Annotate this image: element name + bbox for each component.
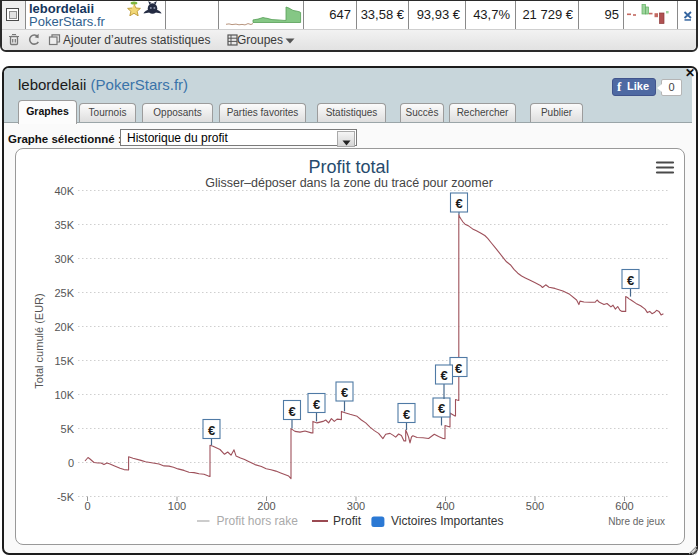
svg-text:€: € (440, 368, 447, 383)
svg-text:40K: 40K (54, 185, 74, 197)
svg-text:Total cumulé (EUR): Total cumulé (EUR) (33, 293, 45, 388)
svg-text:400: 400 (436, 500, 454, 512)
svg-text:-5K: -5K (57, 491, 75, 503)
svg-text:€: € (455, 361, 462, 376)
svg-text:€: € (438, 401, 445, 416)
svg-text:Profit hors rake: Profit hors rake (217, 514, 299, 528)
svg-text:600: 600 (615, 500, 633, 512)
svg-text:300: 300 (347, 500, 365, 512)
svg-text:Nbre de jeux: Nbre de jeux (608, 516, 665, 527)
svg-text:€: € (627, 273, 634, 288)
svg-text:Victoires Importantes: Victoires Importantes (391, 514, 504, 528)
svg-text:€: € (455, 196, 462, 211)
svg-text:0: 0 (68, 457, 74, 469)
svg-text:200: 200 (257, 500, 275, 512)
svg-text:€: € (208, 423, 215, 438)
svg-text:Glisser–déposer dans la zone d: Glisser–déposer dans la zone du tracé po… (205, 176, 493, 190)
svg-text:€: € (288, 404, 295, 419)
svg-text:500: 500 (526, 500, 544, 512)
svg-text:30K: 30K (54, 253, 74, 265)
svg-text:€: € (341, 385, 348, 400)
svg-text:0: 0 (84, 500, 90, 512)
svg-text:20K: 20K (54, 321, 74, 333)
svg-text:€: € (313, 397, 320, 412)
svg-text:Profit total: Profit total (308, 157, 389, 177)
svg-text:Profit: Profit (333, 514, 362, 528)
svg-text:25K: 25K (54, 287, 74, 299)
svg-text:5K: 5K (61, 423, 75, 435)
svg-text:100: 100 (168, 500, 186, 512)
svg-text:€: € (403, 407, 410, 422)
svg-text:10K: 10K (54, 389, 74, 401)
svg-text:35K: 35K (54, 219, 74, 231)
svg-text:15K: 15K (54, 355, 74, 367)
